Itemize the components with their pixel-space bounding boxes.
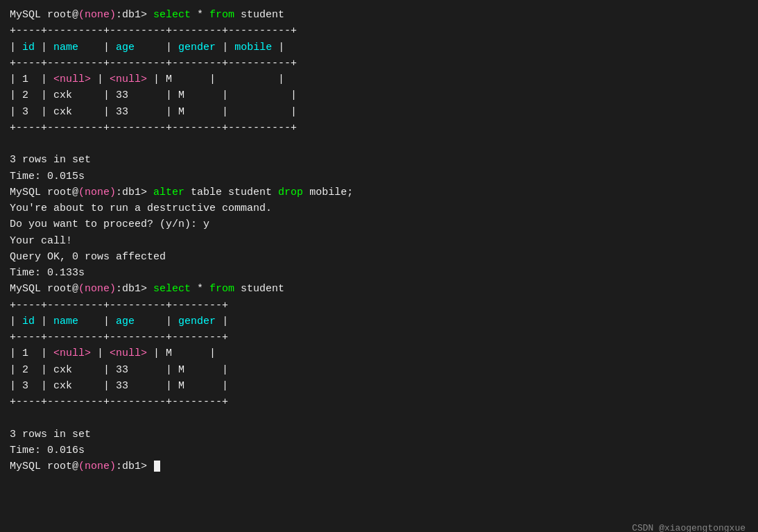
result-time-3: Time: 0.016s: [10, 443, 748, 458]
table2-border-bottom: +----+---------+---------+--------+: [10, 394, 748, 410]
prompt-db-1: :db1>: [116, 9, 153, 21]
table2-row1: | 1 | <null> | <null> | M |: [10, 345, 748, 361]
prompt-line-2: MySQL root@(none):db1> alter table stude…: [10, 185, 748, 200]
result-rows-2: 3 rows in set: [10, 427, 748, 443]
result-time-2: Time: 0.133s: [10, 265, 748, 281]
result-rows-1: 3 rows in set: [10, 152, 748, 168]
prompt-line-3: MySQL root@(none):db1> select * from stu…: [10, 281, 748, 297]
prompt-line-4[interactable]: MySQL root@(none):db1>: [10, 458, 748, 474]
table1-row2: | 2 | cxk | 33 | M | |: [10, 87, 748, 103]
table2-row2: | 2 | cxk | 33 | M |: [10, 362, 748, 378]
table2-border-top: +----+---------+---------+--------+: [10, 298, 748, 314]
blank-1: [10, 136, 748, 152]
table2-row3: | 3 | cxk | 33 | M |: [10, 378, 748, 394]
table2-border-mid: +----+---------+---------+--------+: [10, 329, 748, 345]
terminal-window: MySQL root@(none):db1> select * from stu…: [10, 7, 748, 532]
warning-1: You're about to run a destructive comman…: [10, 200, 748, 216]
result-time-1: Time: 0.015s: [10, 169, 748, 185]
table1-row1: | 1 | <null> | <null> | M | |: [10, 71, 748, 87]
query-ok: Query OK, 0 rows affected: [10, 249, 748, 265]
cmd-select-1: select: [153, 9, 191, 21]
prompt-none-1: (none): [78, 9, 116, 21]
table1-border-top: +----+---------+---------+--------+-----…: [10, 23, 748, 39]
cmd-from-1: from: [209, 9, 234, 21]
cmd-rest-1: *: [191, 9, 209, 21]
prompt-line-1: MySQL root@(none):db1> select * from stu…: [10, 7, 748, 23]
table1-header: | id | name | age | gender | mobile |: [10, 40, 748, 55]
cursor: [154, 461, 160, 472]
table1-border-mid: +----+---------+---------+--------+-----…: [10, 55, 748, 71]
watermark: CSDN @xiaogengtongxue: [632, 523, 746, 532]
your-call: Your call!: [10, 233, 748, 249]
prompt-mysql-1: MySQL root@: [10, 9, 78, 21]
blank-2: [10, 410, 748, 426]
table1-border-bottom: +----+---------+---------+--------+-----…: [10, 120, 748, 136]
table2-header: | id | name | age | gender |: [10, 314, 748, 329]
table1-row3: | 3 | cxk | 33 | M | |: [10, 104, 748, 120]
warning-2: Do you want to proceed? (y/n): y: [10, 216, 748, 232]
cmd-table-1: student: [234, 9, 284, 21]
